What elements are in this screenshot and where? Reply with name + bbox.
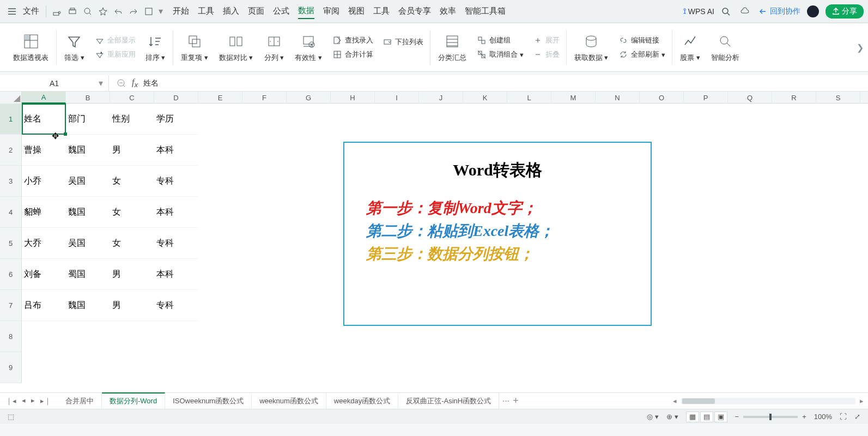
zoom-out-icon[interactable] bbox=[117, 78, 126, 88]
sheet-tab[interactable]: 合并居中 bbox=[58, 393, 102, 409]
tab-tools2[interactable]: 工具 bbox=[373, 4, 390, 19]
tab-formula[interactable]: 公式 bbox=[273, 4, 289, 19]
select-all-corner[interactable]: ◢ bbox=[0, 92, 22, 104]
cell[interactable]: 男 bbox=[110, 259, 154, 290]
zoom-slider[interactable] bbox=[743, 416, 798, 418]
column-header[interactable]: D bbox=[154, 92, 198, 104]
zoom-out-button[interactable]: − bbox=[735, 413, 739, 421]
column-header[interactable]: H bbox=[331, 92, 375, 104]
sheet-tab[interactable]: ISOweeknum函数公式 bbox=[165, 393, 252, 409]
cell[interactable]: 吴国 bbox=[66, 166, 110, 197]
row-header[interactable]: 7 bbox=[0, 290, 21, 321]
cell[interactable]: 学历 bbox=[154, 104, 198, 135]
duplicates-button[interactable]: 重复项 ▾ bbox=[175, 27, 214, 68]
row-header[interactable]: 3 bbox=[0, 166, 21, 197]
tab-data[interactable]: 数据 bbox=[298, 3, 314, 19]
column-header[interactable]: K bbox=[463, 92, 507, 104]
cell[interactable]: 曹操 bbox=[22, 135, 66, 166]
cloud-icon[interactable] bbox=[737, 4, 752, 19]
redo-icon[interactable] bbox=[126, 4, 141, 19]
column-header[interactable]: A bbox=[22, 92, 66, 104]
cell[interactable]: 本科 bbox=[154, 135, 198, 166]
cell[interactable]: 男 bbox=[110, 135, 154, 166]
dropdown-icon[interactable] bbox=[141, 4, 156, 19]
subtotal-button[interactable]: 分类汇总 bbox=[433, 27, 472, 68]
cell[interactable]: 女 bbox=[110, 228, 154, 259]
cell[interactable]: 吴国 bbox=[66, 228, 110, 259]
sheet-tab[interactable]: 反双曲正弦-AsinH函数公式 bbox=[398, 393, 499, 409]
last-sheet-icon[interactable]: ▸｜ bbox=[39, 395, 52, 407]
column-header[interactable]: B bbox=[66, 92, 110, 104]
fx-icon[interactable]: fx bbox=[132, 77, 138, 89]
prev-sheet-icon[interactable]: ◂ bbox=[21, 395, 27, 407]
cell[interactable]: 小乔 bbox=[22, 166, 66, 197]
row-header[interactable]: 4 bbox=[0, 197, 21, 228]
save-icon[interactable] bbox=[50, 4, 65, 19]
focus-icon[interactable]: ⊕ ▾ bbox=[666, 413, 678, 421]
cell[interactable]: 专科 bbox=[154, 290, 198, 321]
page-break-icon[interactable]: ▣ bbox=[714, 411, 727, 422]
tab-review[interactable]: 审阅 bbox=[323, 4, 339, 19]
cell[interactable]: 魏国 bbox=[66, 135, 110, 166]
file-menu[interactable]: 文件 bbox=[23, 6, 39, 16]
zoom-in-button[interactable]: + bbox=[802, 413, 806, 421]
row-header[interactable]: 1 bbox=[0, 104, 21, 135]
cell[interactable]: 吕布 bbox=[22, 290, 66, 321]
get-data-button[interactable]: 获取数据 ▾ bbox=[569, 27, 614, 68]
column-header[interactable]: R bbox=[772, 92, 816, 104]
column-header[interactable]: Q bbox=[728, 92, 772, 104]
stocks-button[interactable]: 股票 ▾ bbox=[675, 27, 706, 68]
sheet-tab[interactable]: 数据分列-Word bbox=[102, 392, 165, 409]
next-sheet-icon[interactable]: ▸ bbox=[30, 395, 36, 407]
cell[interactable]: 专科 bbox=[154, 228, 198, 259]
ungroup-button[interactable]: 取消组合 ▾ bbox=[476, 49, 524, 60]
sheet-tab[interactable]: weeknum函数公式 bbox=[252, 393, 326, 409]
wps-ai-button[interactable]: ⟟WPS AI bbox=[683, 7, 714, 16]
column-header[interactable]: G bbox=[287, 92, 331, 104]
column-header[interactable]: F bbox=[242, 92, 287, 104]
undo-icon[interactable] bbox=[111, 4, 126, 19]
collab-link[interactable]: 回到协作 bbox=[759, 7, 800, 16]
add-sheet-icon[interactable]: + bbox=[513, 395, 519, 407]
column-header[interactable]: M bbox=[551, 92, 596, 104]
cell[interactable]: 女 bbox=[110, 166, 154, 197]
tab-start[interactable]: 开始 bbox=[173, 4, 189, 19]
pivot-table-button[interactable]: 数据透视表 bbox=[8, 27, 54, 68]
edit-links-button[interactable]: 编辑链接 bbox=[618, 35, 659, 46]
filter-button[interactable]: 筛选 ▾ bbox=[59, 27, 90, 68]
column-header[interactable]: J bbox=[419, 92, 463, 104]
zoom-level[interactable]: 100% bbox=[814, 413, 832, 421]
record-icon[interactable]: ◎ ▾ bbox=[647, 413, 659, 421]
tab-view[interactable]: 视图 bbox=[348, 4, 365, 19]
cell[interactable]: 男 bbox=[110, 290, 154, 321]
column-header[interactable]: P bbox=[684, 92, 728, 104]
tab-smartbox[interactable]: 智能工具箱 bbox=[465, 4, 506, 19]
cell[interactable]: 性别 bbox=[110, 104, 154, 135]
sheet-tab[interactable]: weekday函数公式 bbox=[326, 393, 398, 409]
tab-tools[interactable]: 工具 bbox=[198, 4, 214, 19]
row-header[interactable]: 5 bbox=[0, 228, 21, 259]
horizontal-scrollbar[interactable] bbox=[681, 398, 855, 404]
cell[interactable]: 本科 bbox=[154, 259, 198, 290]
print-icon[interactable] bbox=[65, 4, 80, 19]
validation-button[interactable]: 有效性 ▾ bbox=[289, 27, 327, 68]
dropdown-list-button[interactable]: 下拉列表 bbox=[382, 37, 423, 47]
column-header[interactable]: E bbox=[198, 92, 242, 104]
scroll-right-icon[interactable]: ▸ bbox=[860, 397, 864, 405]
cell[interactable]: 刘备 bbox=[22, 259, 66, 290]
cell[interactable]: 部门 bbox=[66, 104, 110, 135]
cell[interactable]: 本科 bbox=[154, 197, 198, 228]
favorite-icon[interactable] bbox=[95, 4, 111, 19]
expand-icon[interactable]: ⛶ bbox=[840, 413, 847, 421]
row-header[interactable]: 2 bbox=[0, 135, 21, 166]
page-layout-icon[interactable]: ▤ bbox=[700, 411, 713, 422]
preview-icon[interactable] bbox=[80, 4, 95, 19]
name-box[interactable]: A1 ▾ bbox=[0, 75, 109, 91]
cell[interactable]: 姓名 bbox=[22, 104, 66, 135]
column-header[interactable]: O bbox=[640, 92, 684, 104]
formula-input[interactable] bbox=[143, 79, 239, 88]
ribbon-overflow-icon[interactable]: ❯ bbox=[857, 43, 864, 53]
avatar[interactable] bbox=[807, 5, 819, 17]
cell[interactable]: 大乔 bbox=[22, 228, 66, 259]
cell[interactable]: 貂蝉 bbox=[22, 197, 66, 228]
